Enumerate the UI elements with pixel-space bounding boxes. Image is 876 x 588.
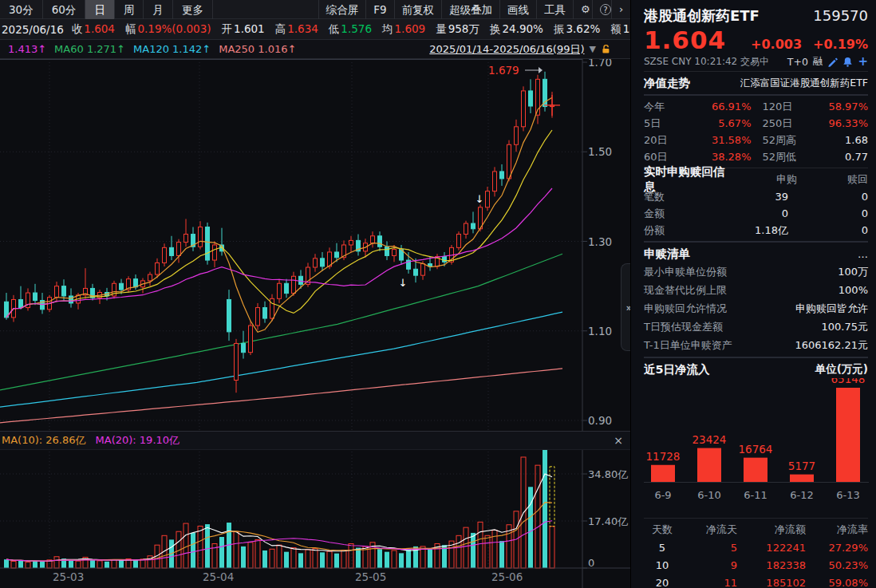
candle-body [443,257,447,262]
candlestick-chart[interactable]: ↓↓1.6791.701.501.301.100.9034.80亿17.40亿0… [0,59,630,588]
tab-月[interactable]: 月 [144,0,173,19]
volume-bar [255,539,260,568]
menu-画线[interactable]: 画线 [499,0,536,19]
candle-body [206,227,210,261]
volume-bar [119,560,124,568]
table-header-cell: 天数 [644,523,681,537]
add-plus-icon[interactable]: + [858,54,868,69]
volume-bar [543,449,547,568]
ma-line-MA60 [0,254,562,390]
stock-code: 159570 [813,7,868,24]
volume-bar [306,550,310,568]
flow-bar-date: 6-13 [836,489,860,501]
volume-bar [284,552,289,568]
nav-label: 52周高 [752,133,801,148]
nav-label: 5日 [644,116,684,131]
volume-bar [4,559,9,568]
menu-F9[interactable]: F9 [365,0,393,19]
menu-前复权[interactable]: 前复权 [394,0,442,19]
volume-bar [18,561,23,568]
volume-bar [298,553,303,568]
volume-axis-label: 17.40亿 [588,515,628,527]
toolbar-menus: 综合屏F9前复权超级叠加画线工具 ⚙ ? › [318,0,630,19]
date-range-link[interactable]: 2025/01/14-2025/06/16(99日) [429,42,584,57]
volume-bar [76,561,81,568]
menu-综合屏[interactable]: 综合屏 [318,0,366,19]
volume-bar [97,561,102,568]
list-row: 最小申赎单位份额100万 [644,262,868,281]
high-price-annotation: 1.679 [488,64,519,77]
candle-body [170,247,174,255]
nav-value: 38.28% [684,151,752,163]
col-subscribe: 申购 [726,172,797,187]
price-change-pct: +0.19% [813,37,868,52]
menu-超级叠加[interactable]: 超级叠加 [441,0,499,19]
flow-bar [836,388,860,482]
chevron-down-icon[interactable]: ▼ [590,44,596,54]
candle-body [242,343,246,352]
candle-body [378,236,382,247]
nav-value: 96.33% [801,117,869,129]
nav-value: 0.77 [801,151,869,163]
redemption-list-rows: 最小申赎单位份额100万现金替代比例上限100%申购赎回允许情况申购赎回皆允许T… [644,262,868,354]
table-cell: 5 [681,542,737,554]
price-axis-label: 1.50 [588,145,612,158]
menu-工具[interactable]: 工具 [536,0,573,19]
volume-bar [262,551,267,568]
nav-row: 5日5.67%250日96.33% [644,115,868,132]
more-ellipsis[interactable]: … [858,248,868,260]
edit-pencil-icon[interactable] [827,57,838,67]
flow-bar-value: 11728 [646,450,681,463]
stock-name: 港股通创新药ETF [644,6,760,26]
list-row: 现金替代比例上限100% [644,281,868,299]
volume-bar [349,543,353,568]
settings-gear-icon[interactable]: ⚙ [573,0,592,19]
table-row: 5512224127.29% [644,539,868,556]
candle-body [55,286,59,298]
candle-body [529,91,533,106]
alert-bell-icon[interactable] [842,57,853,67]
period-tabs: 30分60分日周月更多 [0,0,213,19]
x-axis-month-label: 25-04 [203,570,234,583]
nav-row: 今年66.91%120日58.97% [644,98,868,115]
table-body: 5512224127.29%10918233850.23%20111851025… [644,539,868,588]
table-cell: 5 [644,542,681,554]
flow-bar-value: 5177 [788,460,815,472]
candle-body [371,236,375,243]
table-cell: 9 [681,559,737,571]
volume-bar [471,533,475,568]
candle-body [19,299,23,307]
nav-label: 20日 [644,133,684,148]
flow-bar-value: 23424 [693,433,727,446]
candle-body [321,258,325,266]
help-icon[interactable]: ? [592,0,611,19]
candle-body [314,258,318,267]
ma-legend-MA120: MA120 1.142↑ [133,43,211,55]
table-cell: 20 [644,577,681,588]
quote-高: 高1.634 [275,22,318,37]
candle-body [493,172,497,191]
realtime-row: 笔数390 [644,188,868,205]
candle-body [256,308,260,326]
candle-body [385,247,389,255]
flow-bar-date: 6-10 [697,489,721,501]
ma-legend-items: 1.413↑MA60 1.271↑MA120 1.142↑MA250 1.016… [0,43,296,55]
list-value: 100万 [838,265,868,279]
x-axis-month-label: 25-06 [491,570,523,583]
close-icon[interactable]: × [611,434,625,448]
menu-buttons: 综合屏F9前复权超级叠加画线工具 [318,0,573,19]
vol-ma-10 [6,503,552,562]
chevron-right-icon[interactable]: › [611,0,630,19]
tab-周[interactable]: 周 [115,0,144,19]
volume-bar [140,559,145,568]
tab-30分[interactable]: 30分 [0,0,43,19]
ma-line-MA250 [0,369,562,423]
volume-bar [535,465,540,568]
volume-bar [198,526,203,568]
tab-60分[interactable]: 60分 [43,0,86,19]
tab-更多[interactable]: 更多 [173,0,213,19]
unlock-icon[interactable] [601,44,611,54]
quote-均: 均1.609 [382,22,425,37]
tab-日[interactable]: 日 [85,0,115,19]
list-value: 1606162.21元 [795,338,868,353]
